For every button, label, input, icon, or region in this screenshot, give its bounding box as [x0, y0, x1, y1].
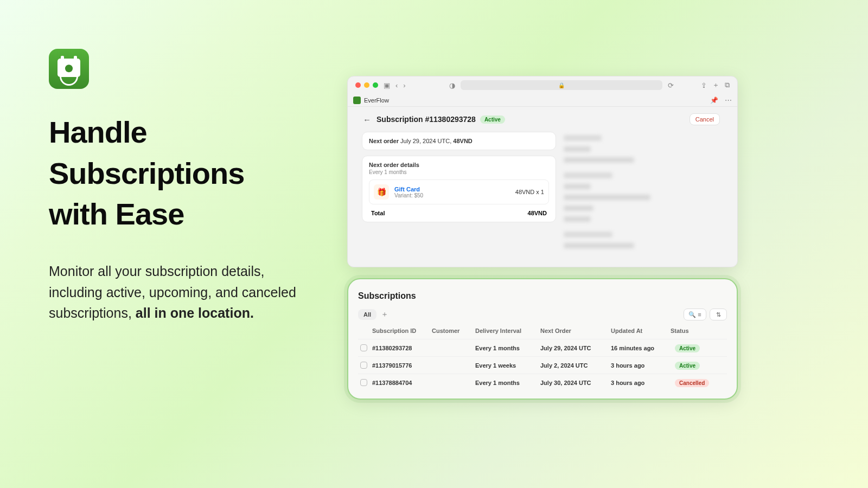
- col-updated[interactable]: Updated At: [611, 328, 671, 334]
- subscriptions-panel: Subscriptions All ＋ 🔍 ≡ ⇅ Subscription I…: [347, 278, 738, 400]
- hero-subtext: Monitor all your subscription details, i…: [49, 261, 304, 324]
- page-title: Subscription #11380293728: [376, 115, 476, 124]
- app-header-bar: EverFlow 📌 ⋯: [348, 94, 737, 107]
- tabs-overview-icon[interactable]: ⧉: [725, 81, 730, 89]
- product-row: 🎁 Gift Card Variant: $50 48VND x 1: [369, 179, 549, 204]
- pin-icon[interactable]: 📌: [710, 97, 718, 104]
- col-interval[interactable]: Delivery Interval: [475, 328, 540, 334]
- sidebar-toggle-icon[interactable]: ▣: [384, 81, 390, 89]
- status-badge: Cancelled: [675, 379, 709, 387]
- product-image-icon: 🎁: [374, 184, 389, 200]
- next-order-card: Next order July 29, 2024 UTC, 48VND: [362, 132, 556, 150]
- share-icon[interactable]: ⇪: [701, 81, 707, 89]
- browser-window: ▣ ‹ › ◑ ⟳ ⇪ ＋ ⧉ EverFlow 📌 ⋯ ← Subscript…: [347, 76, 738, 267]
- cancel-button[interactable]: Cancel: [690, 113, 720, 125]
- row-checkbox[interactable]: [360, 362, 367, 369]
- subscriptions-table: Subscription ID Customer Delivery Interv…: [358, 323, 727, 391]
- table-row[interactable]: #11378884704 Every 1 months July 30, 202…: [358, 374, 727, 391]
- row-checkbox[interactable]: [360, 379, 367, 386]
- tab-all[interactable]: All: [358, 309, 376, 320]
- cell-interval: Every 1 months: [475, 345, 540, 351]
- total-amount: 48VND: [528, 210, 547, 216]
- cell-next: July 30, 2024 UTC: [540, 380, 611, 386]
- cell-interval: Every 1 weeks: [475, 362, 540, 369]
- reload-icon[interactable]: ⟳: [668, 81, 674, 89]
- status-badge: Active: [675, 362, 700, 370]
- table-row[interactable]: #11380293728 Every 1 months July 29, 202…: [358, 339, 727, 357]
- row-checkbox[interactable]: [360, 344, 367, 351]
- nav-back-icon[interactable]: ‹: [395, 81, 398, 89]
- sort-button[interactable]: ⇅: [710, 309, 727, 320]
- new-tab-icon[interactable]: ＋: [712, 80, 719, 90]
- status-badge: Active: [480, 115, 505, 124]
- cell-next: July 2, 2024 UTC: [540, 362, 611, 369]
- product-price: 48VND x 1: [515, 189, 544, 195]
- cell-updated: 3 hours ago: [611, 380, 671, 386]
- shield-icon[interactable]: ◑: [449, 81, 455, 89]
- app-logo: [49, 49, 89, 89]
- add-tab-icon[interactable]: ＋: [381, 310, 388, 319]
- cell-sub-id: #11378884704: [372, 380, 432, 386]
- col-status[interactable]: Status: [671, 328, 719, 334]
- total-label: Total: [371, 210, 385, 216]
- cell-updated: 16 minutes ago: [611, 345, 671, 351]
- customer-sidebar: [564, 132, 723, 257]
- status-badge: Active: [675, 344, 700, 352]
- app-mini-logo: [353, 97, 361, 104]
- app-name: EverFlow: [364, 97, 707, 104]
- interval-text: Every 1 months: [369, 169, 549, 175]
- traffic-lights[interactable]: [355, 82, 378, 88]
- details-title: Next order details: [369, 162, 549, 168]
- more-icon[interactable]: ⋯: [725, 96, 732, 104]
- table-row[interactable]: #11379015776 Every 1 weeks July 2, 2024 …: [358, 357, 727, 374]
- search-filter-button[interactable]: 🔍 ≡: [684, 309, 706, 320]
- cell-sub-id: #11379015776: [372, 362, 432, 369]
- col-customer[interactable]: Customer: [432, 328, 475, 334]
- col-next[interactable]: Next Order: [540, 328, 611, 334]
- col-sub-id[interactable]: Subscription ID: [372, 328, 432, 334]
- product-variant: Variant: $50: [394, 192, 423, 198]
- subscriptions-title: Subscriptions: [358, 291, 727, 301]
- cell-updated: 3 hours ago: [611, 362, 671, 369]
- nav-forward-icon[interactable]: ›: [403, 81, 405, 89]
- hero-headline: Handle Subscriptions with Ease: [49, 112, 304, 235]
- address-bar[interactable]: [461, 80, 662, 90]
- cell-next: July 29, 2024 UTC: [540, 345, 611, 351]
- back-arrow-icon[interactable]: ←: [363, 115, 371, 124]
- product-name[interactable]: Gift Card: [394, 186, 423, 192]
- cell-interval: Every 1 months: [475, 380, 540, 386]
- cell-sub-id: #11380293728: [372, 345, 432, 351]
- table-header: Subscription ID Customer Delivery Interv…: [358, 323, 727, 339]
- next-order-line: Next order July 29, 2024 UTC, 48VND: [369, 138, 473, 144]
- order-details-card: Next order details Every 1 months 🎁 Gift…: [362, 156, 556, 222]
- browser-toolbar: ▣ ‹ › ◑ ⟳ ⇪ ＋ ⧉: [348, 76, 737, 94]
